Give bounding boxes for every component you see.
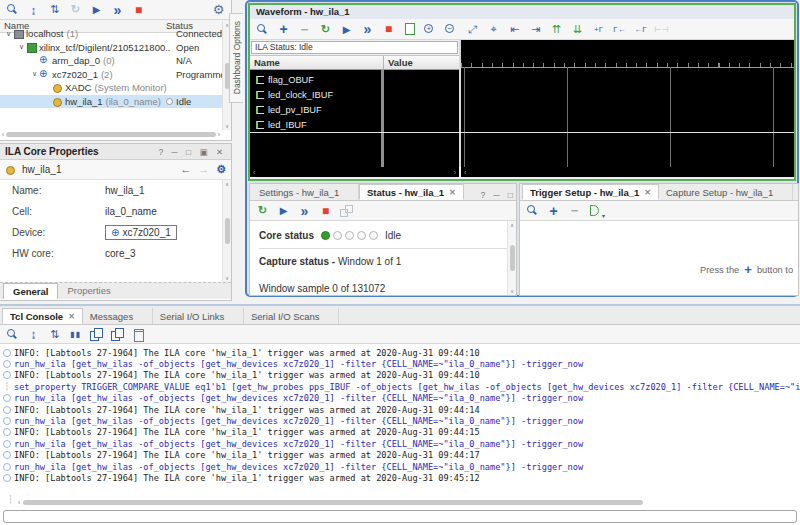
tree-row[interactable]: ∨ xc7z020_1 (2) Programmed bbox=[0, 68, 222, 82]
properties-vscrollbar[interactable]: ∧∨ bbox=[222, 180, 231, 282]
waveform-plot-area[interactable] bbox=[459, 40, 794, 167]
collapse-icon[interactable] bbox=[0, 384, 14, 390]
collapse-icon[interactable] bbox=[0, 417, 14, 425]
tree-row[interactable]: ∨ localhost (1) Connected bbox=[0, 27, 222, 41]
stop-icon[interactable] bbox=[128, 1, 149, 18]
wave-hscrollbar[interactable]: ‹ bbox=[461, 167, 794, 177]
gate-icon[interactable] bbox=[585, 202, 606, 219]
close-icon[interactable]: ✕ bbox=[449, 188, 456, 197]
collapse-icon[interactable] bbox=[23, 1, 44, 18]
forward-icon[interactable]: → bbox=[198, 163, 209, 176]
chevron-down-icon[interactable]: ∨ bbox=[30, 70, 39, 78]
expand-icon[interactable] bbox=[44, 1, 65, 18]
collapse-icon[interactable] bbox=[0, 406, 14, 414]
wave-column-value[interactable]: Value bbox=[384, 56, 459, 69]
stop-icon[interactable] bbox=[315, 202, 336, 219]
console-line[interactable]: INFO: [Labtools 27-1964] The ILA core 'h… bbox=[0, 404, 800, 415]
tab[interactable]: Serial I/O Scans✕ bbox=[244, 308, 339, 324]
tab[interactable]: Settings - hw_ila_1✕ bbox=[252, 184, 359, 200]
tcl-command-input[interactable] bbox=[3, 510, 797, 523]
zoom-sel-icon[interactable] bbox=[483, 21, 504, 38]
edge-plus-icon[interactable] bbox=[588, 21, 609, 38]
run-all-icon[interactable] bbox=[357, 21, 378, 38]
console-line[interactable]: INFO: [Labtools 27-1964] The ILA core 'h… bbox=[0, 427, 800, 438]
stop-icon[interactable] bbox=[378, 21, 399, 38]
waveform-title[interactable]: Waveform - hw_ila_1 bbox=[250, 5, 794, 19]
collapse-icon[interactable] bbox=[0, 360, 14, 368]
run-all-icon[interactable] bbox=[107, 1, 128, 18]
remove-icon[interactable] bbox=[564, 202, 585, 219]
signal-row[interactable]: led_IBUF bbox=[250, 117, 381, 132]
settings-icon[interactable] bbox=[208, 1, 229, 18]
collapse-icon[interactable] bbox=[0, 463, 14, 471]
window-buttons[interactable]: ? ─ □ ▣ ✕ bbox=[159, 147, 226, 157]
delete-icon[interactable] bbox=[128, 326, 149, 343]
console-line[interactable]: INFO: [Labtools 27-1964] The ILA core 'h… bbox=[0, 472, 800, 483]
tree-row[interactable]: ∨ xilinx_tcf/Digilent/2105121800.. Open bbox=[0, 41, 222, 55]
console-line[interactable]: INFO: [Labtools 27-1964] The ILA core 'h… bbox=[0, 347, 800, 358]
expand-icon[interactable] bbox=[44, 326, 65, 343]
tab[interactable]: Serial I/O Links✕ bbox=[153, 308, 244, 324]
refresh-icon[interactable] bbox=[65, 1, 86, 18]
tab[interactable]: Trigger Setup - hw_ila_1✕ bbox=[522, 184, 659, 200]
copy-all-icon[interactable] bbox=[107, 326, 128, 343]
gear-icon[interactable]: ⚙ bbox=[216, 163, 226, 176]
console-line[interactable]: set_property TRIGGER_COMPARE_VALUE eq1'b… bbox=[0, 381, 800, 392]
run-immediate-icon[interactable] bbox=[315, 21, 336, 38]
search-icon[interactable] bbox=[2, 326, 23, 343]
zoom-fit-icon[interactable] bbox=[462, 21, 483, 38]
chevron-down-icon[interactable]: ∨ bbox=[17, 43, 26, 51]
tab[interactable]: Properties bbox=[58, 283, 119, 299]
hardware-hscrollbar[interactable]: ‹› bbox=[0, 130, 222, 139]
add-icon[interactable] bbox=[543, 202, 564, 219]
run-icon[interactable] bbox=[273, 202, 294, 219]
zoom-in-icon[interactable] bbox=[420, 21, 441, 38]
signal-row[interactable]: led_clock_IBUF bbox=[250, 87, 381, 102]
swap-up-icon[interactable] bbox=[546, 21, 567, 38]
collapse-icon[interactable] bbox=[0, 371, 14, 379]
run-immediate-icon[interactable] bbox=[252, 202, 273, 219]
collapse-icon[interactable] bbox=[0, 440, 14, 448]
console-line[interactable]: run_hw_ila [get_hw_ilas -of_objects [get… bbox=[0, 438, 800, 449]
search-icon[interactable] bbox=[2, 1, 23, 18]
console-line[interactable]: INFO: [Labtools 27-1964] The ILA core 'h… bbox=[0, 370, 800, 381]
tab[interactable]: General bbox=[3, 283, 58, 299]
signal-row[interactable]: flag_OBUF bbox=[250, 72, 381, 87]
tree-row[interactable]: ∨ XADC (System Monitor) bbox=[0, 81, 222, 95]
edge-left-icon[interactable] bbox=[609, 21, 630, 38]
add-icon[interactable] bbox=[273, 21, 294, 38]
swap-down-icon[interactable] bbox=[567, 21, 588, 38]
run-all-icon[interactable] bbox=[294, 202, 315, 219]
run-icon[interactable] bbox=[336, 21, 357, 38]
chevron-down-icon[interactable]: ∨ bbox=[4, 30, 13, 38]
console-line[interactable]: run_hw_ila [get_hw_ilas -of_objects [get… bbox=[0, 358, 800, 369]
console-line[interactable]: run_hw_ila [get_hw_ilas -of_objects [get… bbox=[0, 461, 800, 472]
dashboard-options-tab[interactable]: Dashboard Options bbox=[229, 13, 243, 103]
console-line[interactable]: run_hw_ila [get_hw_ilas -of_objects [get… bbox=[0, 415, 800, 426]
search-icon[interactable] bbox=[522, 202, 543, 219]
tree-row[interactable]: ∨ hw_ila_1 (ila_0_name) Idle bbox=[0, 95, 222, 109]
first-icon[interactable] bbox=[504, 21, 525, 38]
wave-splitter[interactable] bbox=[250, 132, 794, 133]
name-hscrollbar[interactable]: ‹› bbox=[250, 167, 459, 177]
console-line[interactable]: INFO: [Labtools 27-1964] The ILA core 'h… bbox=[0, 450, 800, 461]
collapse-icon[interactable] bbox=[0, 428, 14, 436]
collapse-icon[interactable] bbox=[0, 394, 14, 402]
wave-column-name[interactable]: Name bbox=[250, 56, 384, 69]
zoom-out-icon[interactable] bbox=[441, 21, 462, 38]
collapse-icon[interactable] bbox=[0, 349, 14, 357]
console-hscrollbar[interactable]: ‹ bbox=[0, 498, 800, 507]
collapse-icon[interactable] bbox=[23, 326, 44, 343]
tab[interactable]: Messages✕ bbox=[83, 308, 153, 324]
remove-icon[interactable] bbox=[294, 21, 315, 38]
search-icon[interactable] bbox=[252, 21, 273, 38]
range-icon[interactable] bbox=[651, 21, 672, 38]
status-vscrollbar[interactable]: ∧∨ bbox=[507, 221, 516, 295]
edge-right-icon[interactable] bbox=[630, 21, 651, 38]
tab[interactable]: Capture Setup - hw_ila_1✕ bbox=[659, 184, 793, 200]
pause-icon[interactable] bbox=[65, 326, 86, 343]
compare-icon[interactable] bbox=[336, 202, 357, 219]
collapse-icon[interactable] bbox=[0, 474, 14, 482]
back-icon[interactable]: ← bbox=[180, 163, 191, 176]
close-icon[interactable]: ✕ bbox=[68, 312, 75, 321]
